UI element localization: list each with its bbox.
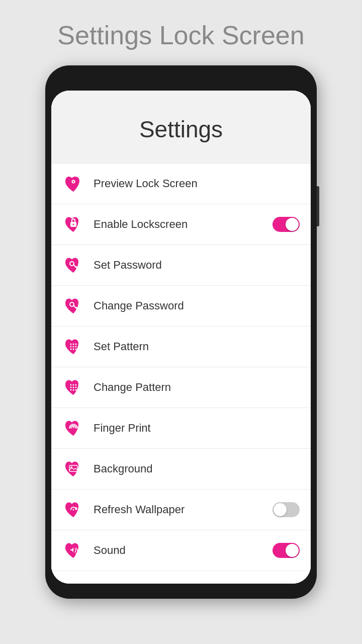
svg-point-20 — [73, 387, 74, 388]
svg-point-2 — [73, 181, 74, 183]
toggle-sound[interactable] — [273, 543, 300, 558]
item-label-refresh-wallpaper: Refresh Wallpaper — [94, 503, 273, 516]
page-title: Settings Lock Screen — [0, 0, 362, 65]
settings-item-preview-lock-screen[interactable]: Preview Lock Screen — [51, 163, 311, 204]
notch-area — [51, 74, 311, 89]
key-heart2-icon — [62, 295, 84, 317]
fingerprint-heart-icon — [62, 417, 84, 439]
lock-heart-icon — [62, 213, 84, 235]
settings-item-refresh-wallpaper[interactable]: Refresh Wallpaper — [51, 490, 311, 530]
phone-frame: Settings Preview Lock Screen Enable Lock… — [45, 65, 317, 599]
side-button — [317, 186, 319, 226]
svg-point-10 — [70, 346, 72, 348]
svg-point-17 — [73, 384, 74, 386]
svg-point-18 — [75, 384, 77, 386]
settings-item-enable-lockscreen[interactable]: Enable Lockscreen — [51, 204, 311, 245]
item-label-finger-print: Finger Print — [94, 422, 300, 435]
vibration-heart-icon — [62, 580, 84, 584]
refresh-heart-icon — [62, 499, 84, 521]
svg-point-12 — [75, 346, 77, 348]
item-label-enable-lockscreen: Enable Lockscreen — [94, 218, 273, 231]
pattern-heart-icon — [62, 336, 84, 358]
image-heart-icon — [62, 458, 84, 480]
screen-inner: Settings Preview Lock Screen Enable Lock… — [51, 91, 311, 584]
settings-item-change-pattern[interactable]: Change Pattern — [51, 367, 311, 408]
sound-heart-icon — [62, 539, 84, 561]
toggle-knob-refresh-wallpaper — [274, 503, 287, 516]
svg-point-7 — [70, 344, 72, 345]
settings-item-background[interactable]: Background — [51, 449, 311, 490]
settings-header: Settings — [51, 91, 311, 163]
svg-point-21 — [75, 387, 77, 388]
svg-point-4 — [73, 224, 74, 225]
settings-item-vibration[interactable]: Vibration — [51, 571, 311, 584]
svg-point-14 — [73, 349, 74, 350]
svg-point-24 — [75, 389, 77, 391]
svg-point-15 — [75, 349, 77, 350]
item-label-change-pattern: Change Pattern — [94, 381, 300, 394]
pattern-heart2-icon — [62, 376, 84, 398]
key-heart-icon — [62, 254, 84, 276]
phone-wrapper: Settings Preview Lock Screen Enable Lock… — [0, 65, 362, 599]
svg-point-23 — [73, 389, 74, 391]
item-label-preview-lock-screen: Preview Lock Screen — [94, 177, 300, 190]
toggle-knob-sound — [286, 544, 299, 557]
eye-heart-icon — [62, 173, 84, 195]
toggle-knob-enable-lockscreen — [286, 218, 299, 231]
svg-point-11 — [73, 346, 74, 348]
settings-item-sound[interactable]: Sound — [51, 530, 311, 571]
settings-item-set-pattern[interactable]: Set Pattern — [51, 327, 311, 367]
toggle-enable-lockscreen[interactable] — [273, 217, 300, 232]
svg-point-9 — [75, 344, 77, 345]
toggle-refresh-wallpaper[interactable] — [273, 502, 300, 517]
svg-point-8 — [73, 344, 74, 345]
item-label-set-password: Set Password — [94, 259, 300, 272]
svg-point-28 — [73, 509, 74, 511]
svg-point-19 — [70, 387, 72, 388]
settings-item-finger-print[interactable]: Finger Print — [51, 408, 311, 449]
item-label-set-pattern: Set Pattern — [94, 340, 300, 353]
settings-item-change-password[interactable]: Change Password — [51, 286, 311, 327]
phone-screen: Settings Preview Lock Screen Enable Lock… — [51, 91, 311, 584]
notch — [151, 76, 211, 87]
svg-point-22 — [70, 389, 72, 391]
settings-list: Preview Lock Screen Enable Lockscreen Se… — [51, 163, 311, 584]
svg-point-16 — [70, 384, 72, 386]
item-label-change-password: Change Password — [94, 299, 300, 312]
item-label-sound: Sound — [94, 544, 273, 557]
svg-point-13 — [70, 349, 72, 350]
settings-item-set-password[interactable]: Set Password — [51, 245, 311, 286]
item-label-background: Background — [94, 462, 300, 475]
